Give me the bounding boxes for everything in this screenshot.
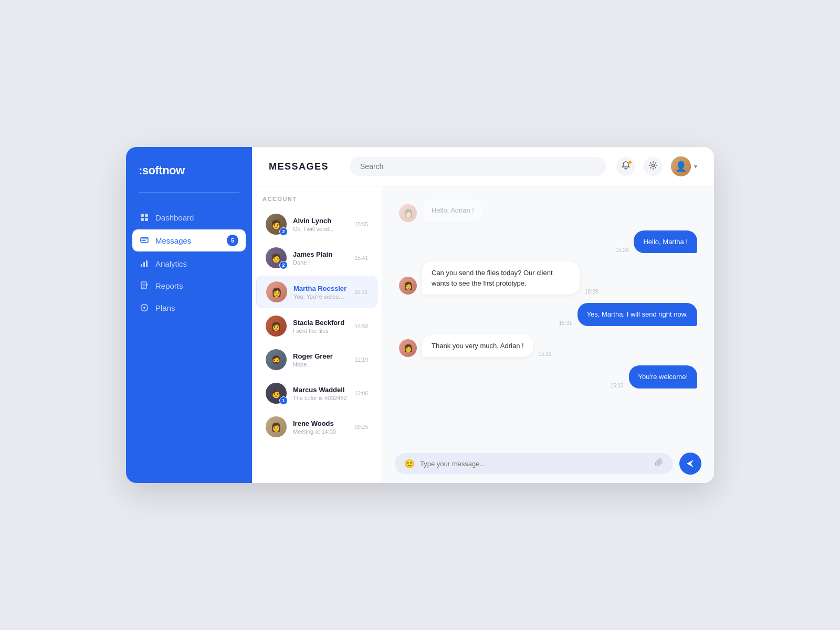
smiley-icon[interactable]: 🙂 <box>404 459 415 469</box>
message-6-time: 15:32 <box>610 383 623 388</box>
svg-point-10 <box>143 307 145 309</box>
contact-item-james[interactable]: 🧑 2 James Plain Done ! 15:41 <box>256 242 377 274</box>
contact-name-marcus: Marcus Waddell <box>293 386 349 394</box>
contact-avatar-martha: 👩 <box>266 281 287 302</box>
contact-time-roger: 12:19 <box>355 357 368 363</box>
notification-dot <box>628 160 632 164</box>
contact-preview-martha: You: You're welcome! <box>293 293 348 300</box>
sidebar-item-reports-label: Reports <box>155 281 183 290</box>
contact-info-stacia: Stacia Beckford I sent the files <box>293 319 349 334</box>
message-2: 15:28 Hello, Martha ! <box>399 230 697 254</box>
contact-time-irene: 09:25 <box>355 424 368 430</box>
contact-time-alvin: 15:55 <box>355 222 368 227</box>
sidebar-item-dashboard[interactable]: Dashboard <box>132 207 246 227</box>
sidebar-item-analytics[interactable]: Analytics <box>132 254 246 274</box>
sidebar-nav: Dashboard Messages 5 <box>126 207 252 318</box>
chat-input-wrap: 🙂 <box>395 453 673 474</box>
message-3: 👩 Can you send the files today? Our clie… <box>399 261 697 295</box>
chat-input-bar: 🙂 <box>382 444 714 483</box>
contact-time-james: 15:41 <box>355 255 368 261</box>
dashboard-icon <box>140 213 149 222</box>
avatar: 👤 <box>671 156 691 176</box>
sidebar-item-messages-label: Messages <box>155 236 191 245</box>
contact-preview-stacia: I sent the files <box>293 328 349 334</box>
contact-item-roger[interactable]: 🧔 Roger Greer Nope... 12:19 <box>256 344 377 375</box>
header: MESSAGES <box>252 147 714 186</box>
contact-item-stacia[interactable]: 👩 Stacia Beckford I sent the files 14:58 <box>256 310 377 342</box>
settings-button[interactable] <box>644 157 663 176</box>
reports-icon <box>140 281 149 290</box>
contact-avatar-roger: 🧔 <box>266 349 287 370</box>
contact-item-irene[interactable]: 👩 Irene Woods Meeting at 14:00 09:25 <box>256 411 377 443</box>
message-1-group: Hello, Adrian ! <box>422 199 484 222</box>
content-area: ACCOUNT 🧑 2 Alvin Lynch Ok, I will send.… <box>252 186 714 483</box>
gear-icon <box>648 161 658 172</box>
attach-icon[interactable] <box>655 458 664 469</box>
sidebar-item-analytics-label: Analytics <box>155 259 187 268</box>
contact-preview-irene: Meeting at 14:00 <box>293 428 349 435</box>
message-4-time: 15:31 <box>559 320 572 326</box>
plans-icon <box>140 303 149 312</box>
sidebar-item-reports[interactable]: Reports <box>132 276 246 296</box>
search-input[interactable] <box>350 157 606 176</box>
messages-icon <box>140 236 149 245</box>
chat-panel: 👩 Hello, Adrian ! 15:28 Hello, Martha ! … <box>382 186 714 483</box>
contact-time-martha: 15:32 <box>354 289 368 295</box>
notifications-button[interactable] <box>616 157 635 176</box>
logo: :softnow <box>126 164 252 192</box>
contacts-section-label: ACCOUNT <box>252 186 382 207</box>
contact-info-alvin: Alvin Lynch Ok, I will send... <box>293 217 349 232</box>
contact-preview-roger: Nope... <box>293 361 349 368</box>
analytics-icon <box>140 259 149 268</box>
contact-info-martha: Martha Roessler You: You're welcome! <box>293 285 348 300</box>
contact-name-stacia: Stacia Beckford <box>293 319 349 327</box>
sidebar: :softnow Dashboard <box>126 147 252 483</box>
sidebar-divider <box>139 192 239 193</box>
svg-rect-6 <box>143 262 145 267</box>
message-2-bubble: Hello, Martha ! <box>634 230 697 254</box>
sidebar-item-plans[interactable]: Plans <box>132 298 246 318</box>
message-input[interactable] <box>420 460 650 468</box>
contact-item-martha[interactable]: 👩 Martha Roessler You: You're welcome! 1… <box>256 276 377 308</box>
message-6-bubble: You're welcome! <box>629 365 698 388</box>
contact-item-alvin[interactable]: 🧑 2 Alvin Lynch Ok, I will send... 15:55 <box>256 208 377 240</box>
header-icons: 👤 ▾ <box>616 156 697 176</box>
send-button[interactable] <box>679 453 701 475</box>
messages-badge: 5 <box>227 235 238 246</box>
main-content: MESSAGES <box>252 147 714 483</box>
contact-name-irene: Irene Woods <box>293 419 349 427</box>
contact-time-marcus: 12:06 <box>355 391 368 396</box>
message-3-avatar: 👩 <box>399 277 417 295</box>
sidebar-item-messages[interactable]: Messages 5 <box>132 229 246 251</box>
app-wrapper: :softnow Dashboard <box>126 147 714 483</box>
contact-avatar-irene: 👩 <box>266 416 287 437</box>
svg-rect-7 <box>146 260 148 267</box>
message-1: 👩 Hello, Adrian ! <box>399 199 697 222</box>
contact-badge-james: 2 <box>279 261 288 269</box>
contact-name-martha: Martha Roessler <box>293 285 348 292</box>
contact-badge-marcus: 1 <box>279 396 288 405</box>
message-3-bubble: Can you send the files today? Our client… <box>422 261 580 295</box>
contact-preview-marcus: The color is #032482 <box>293 395 349 401</box>
message-1-avatar: 👩 <box>399 204 417 222</box>
contact-avatar-marcus: 🧑 1 <box>266 383 287 404</box>
contact-preview-james: Done ! <box>293 259 349 266</box>
sidebar-item-dashboard-label: Dashboard <box>155 213 194 222</box>
user-avatar-container[interactable]: 👤 ▾ <box>671 156 697 176</box>
message-1-bubble: Hello, Adrian ! <box>422 199 484 222</box>
contact-name-roger: Roger Greer <box>293 352 349 360</box>
message-4: 15:31 Yes, Martha. I will send right now… <box>399 303 697 326</box>
contact-time-stacia: 14:58 <box>355 323 368 329</box>
contact-avatar-stacia: 👩 <box>266 316 287 337</box>
message-3-group: Can you send the files today? Our client… <box>422 261 580 295</box>
chat-messages: 👩 Hello, Adrian ! 15:28 Hello, Martha ! … <box>382 186 714 444</box>
message-5-time: 15:31 <box>539 351 552 357</box>
avatar-face: 👤 <box>671 156 691 176</box>
contact-avatar-james: 🧑 2 <box>266 247 287 268</box>
message-4-bubble: Yes, Martha. I will send right now. <box>578 303 697 326</box>
message-5: 👩 Thank you very much, Adrian ! 15:31 <box>399 334 697 358</box>
contacts-panel: ACCOUNT 🧑 2 Alvin Lynch Ok, I will send.… <box>252 186 382 483</box>
message-5-group: Thank you very much, Adrian ! <box>422 334 533 358</box>
svg-rect-3 <box>145 218 148 221</box>
contact-item-marcus[interactable]: 🧑 1 Marcus Waddell The color is #032482 … <box>256 377 377 409</box>
